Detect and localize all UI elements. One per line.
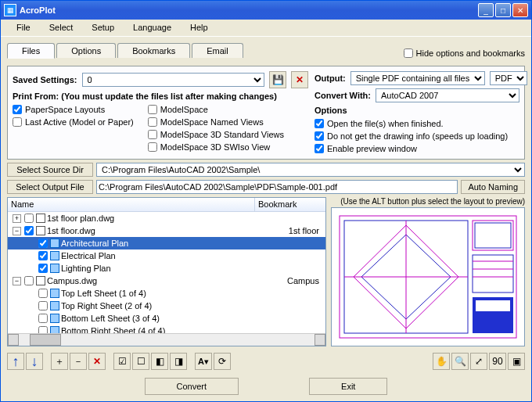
- expander-icon[interactable]: −: [13, 277, 21, 285]
- delete-files-button[interactable]: ✕: [88, 353, 106, 370]
- tab-files[interactable]: Files: [7, 43, 55, 59]
- tree-row-checkbox[interactable]: [38, 239, 48, 248]
- tree-row-checkbox[interactable]: [24, 214, 34, 223]
- print-from-checkbox[interactable]: [148, 130, 157, 139]
- tree-row[interactable]: Bottom Right Sheet (4 of 4): [8, 325, 325, 333]
- tree-row-checkbox[interactable]: [24, 226, 34, 235]
- menu-select[interactable]: Select: [40, 20, 83, 36]
- check-selected-button[interactable]: ◧: [151, 353, 168, 370]
- print-from-checkbox[interactable]: [13, 117, 22, 127]
- tree-row-checkbox[interactable]: [38, 264, 48, 273]
- tree-row[interactable]: Electrical Plan: [8, 249, 325, 262]
- add-files-button[interactable]: ＋: [51, 353, 68, 370]
- maximize-button[interactable]: □: [495, 3, 511, 17]
- select-output-file-button[interactable]: Select Output File: [7, 180, 93, 194]
- convert-with-select[interactable]: AutoCAD 2007: [376, 88, 519, 102]
- tree-row-label: Architectural Plan: [61, 239, 128, 248]
- print-from-label: Last Active (Model or Paper): [25, 117, 134, 127]
- print-from-checkbox[interactable]: [148, 117, 157, 127]
- zoom-window-button[interactable]: 🔍: [451, 353, 469, 370]
- top-panels: Saved Settings: 0 💾 ✕ Print From: (You m…: [7, 66, 525, 160]
- delete-settings-button[interactable]: ✕: [291, 71, 308, 88]
- tab-options[interactable]: Options: [56, 43, 116, 58]
- scroll-right-arrow[interactable]: [315, 334, 325, 346]
- tree-row-checkbox[interactable]: [38, 301, 48, 310]
- layout-icon: [50, 251, 59, 260]
- option-checkbox[interactable]: [315, 131, 324, 141]
- app-window: ▦ AcroPlot _ □ ✕ File Select Setup Langu…: [0, 0, 532, 402]
- tab-bookmarks[interactable]: Bookmarks: [117, 43, 190, 58]
- menu-setup[interactable]: Setup: [82, 20, 124, 36]
- scroll-left-arrow[interactable]: [8, 334, 19, 346]
- print-from-checkbox[interactable]: [148, 142, 157, 152]
- option-checkbox[interactable]: [315, 144, 324, 153]
- exit-button[interactable]: Exit: [309, 378, 387, 395]
- rotate-button[interactable]: 90: [489, 353, 506, 370]
- remove-files-button[interactable]: －: [70, 353, 87, 370]
- tree-row[interactable]: Top Right Sheet (2 of 4): [8, 300, 325, 312]
- print-from-checkbox[interactable]: [148, 105, 157, 114]
- pan-button[interactable]: ✋: [433, 353, 450, 370]
- uncheck-all-button[interactable]: ☐: [132, 353, 149, 370]
- saved-settings-select[interactable]: 0: [82, 73, 264, 87]
- select-source-dir-button[interactable]: Select Source Dir: [7, 163, 93, 177]
- tree-row[interactable]: Architectural Plan: [8, 237, 325, 249]
- dwg-file-icon: [36, 214, 45, 223]
- tree-row[interactable]: Top Left Sheet (1 of 4): [8, 287, 325, 300]
- tree-row[interactable]: +1st floor plan.dwg: [8, 212, 325, 224]
- check-all-button[interactable]: ☑: [113, 353, 131, 370]
- menu-file[interactable]: File: [7, 20, 40, 36]
- font-button[interactable]: A▾: [195, 353, 212, 370]
- dwg-file-icon: [36, 226, 45, 235]
- app-icon: ▦: [4, 4, 16, 16]
- tree-row-label: Bottom Right Sheet (4 of 4): [61, 326, 165, 333]
- tree-row-bookmark: Campus: [287, 276, 324, 285]
- zoom-extents-button[interactable]: ⤢: [470, 353, 487, 370]
- move-up-button[interactable]: ↑: [7, 353, 24, 370]
- expander-icon[interactable]: −: [13, 227, 21, 235]
- print-from-checkbox[interactable]: [13, 105, 22, 114]
- move-down-button[interactable]: ↓: [26, 353, 43, 370]
- option-checkbox[interactable]: [315, 119, 324, 128]
- output-type-select[interactable]: Single PDF containing all files: [350, 71, 485, 85]
- output-format-select[interactable]: PDF: [490, 71, 527, 85]
- source-dir-field[interactable]: C:\Program Files\AutoCAD 2002\Sample\: [96, 163, 525, 177]
- refresh-list-button[interactable]: ⟳: [214, 353, 231, 370]
- tree-header-bookmark[interactable]: Bookmark: [255, 198, 325, 211]
- layout-icon: [50, 264, 59, 273]
- svg-rect-6: [473, 221, 513, 250]
- scroll-thumb[interactable]: [30, 334, 61, 346]
- close-button[interactable]: ✕: [512, 3, 528, 17]
- tree-row-label: Top Right Sheet (2 of 4): [61, 301, 152, 310]
- uncheck-selected-button[interactable]: ◨: [170, 353, 187, 370]
- print-from-heading: Print From: (You must update the files l…: [13, 92, 308, 101]
- auto-naming-button[interactable]: Auto Naming: [461, 180, 525, 194]
- convert-button[interactable]: Convert: [145, 378, 239, 395]
- tree-row[interactable]: Lighting Plan: [8, 262, 325, 275]
- output-label: Output:: [315, 74, 346, 83]
- minimize-button[interactable]: _: [478, 3, 494, 17]
- tree-row-checkbox[interactable]: [38, 289, 48, 298]
- tree-row-checkbox[interactable]: [38, 326, 48, 333]
- tree-row-label: Campus.dwg: [47, 276, 97, 285]
- tree-row[interactable]: −1st floor.dwg1st floor: [8, 224, 325, 237]
- tree-row-checkbox[interactable]: [24, 276, 34, 285]
- horizontal-scrollbar[interactable]: [8, 333, 325, 346]
- tree-row-label: Electrical Plan: [61, 251, 116, 260]
- expander-icon[interactable]: +: [13, 214, 21, 223]
- tree-header-name[interactable]: Name: [8, 198, 255, 211]
- tree-row[interactable]: Bottom Left Sheet (3 of 4): [8, 312, 325, 325]
- menu-language[interactable]: Language: [124, 20, 181, 36]
- tree-row-label: Bottom Left Sheet (3 of 4): [61, 314, 160, 323]
- preview-window-button[interactable]: ▣: [508, 353, 525, 370]
- output-file-field[interactable]: [96, 180, 458, 194]
- tree-row-checkbox[interactable]: [38, 314, 48, 323]
- save-settings-button[interactable]: 💾: [269, 71, 286, 88]
- svg-rect-8: [473, 255, 513, 293]
- hide-options-checkbox[interactable]: [404, 48, 413, 58]
- tree-row-checkbox[interactable]: [38, 251, 48, 260]
- tab-email[interactable]: Email: [192, 43, 243, 58]
- menu-help[interactable]: Help: [181, 20, 217, 36]
- tree-row[interactable]: −Campus.dwgCampus: [8, 275, 325, 287]
- preview-hint: (Use the ALT button plus select the layo…: [331, 197, 525, 206]
